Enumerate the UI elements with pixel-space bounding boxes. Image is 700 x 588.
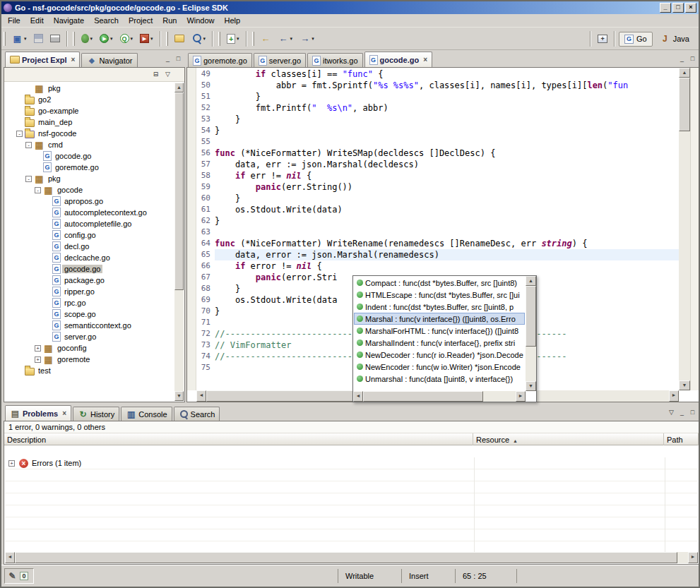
tree-item-goconfig[interactable]: +goconfig xyxy=(5,342,174,354)
menu-run[interactable]: Run xyxy=(158,15,182,26)
minimize-view-icon[interactable]: _ xyxy=(162,54,173,64)
run-button[interactable]: ▾ xyxy=(97,32,116,45)
scrollbar-thumb[interactable] xyxy=(206,390,369,402)
print-button[interactable] xyxy=(47,32,63,44)
view-tab-console[interactable]: Console xyxy=(121,407,172,421)
annotation-ruler[interactable] xyxy=(187,68,196,390)
completion-item[interactable]: MarshalForHTML : func(v interface{}) ([]… xyxy=(354,325,525,337)
dropdown-arrow-icon[interactable]: ▾ xyxy=(203,36,206,42)
save-button[interactable] xyxy=(31,32,46,45)
close-tab-icon[interactable]: × xyxy=(62,409,66,417)
last-edit-location-button[interactable] xyxy=(258,32,274,46)
menu-edit[interactable]: Edit xyxy=(25,15,49,26)
scroll-left-icon[interactable] xyxy=(196,390,206,402)
tree-item-apropos-go[interactable]: apropos.go xyxy=(5,196,174,207)
perspective-go-button[interactable]: Go xyxy=(619,32,653,47)
tree-item-gocode-go[interactable]: gocode.go xyxy=(5,263,174,275)
minus-expander-icon[interactable]: - xyxy=(16,131,23,137)
completion-item[interactable]: Marshal : func(v interface{}) ([]uint8, … xyxy=(354,313,525,325)
scroll-up-icon[interactable] xyxy=(174,83,184,92)
tree-item-declcache-go[interactable]: declcache.go xyxy=(5,252,174,263)
open-perspective-button[interactable] xyxy=(595,32,610,45)
open-element-button[interactable] xyxy=(172,32,187,44)
popup-vertical-scrollbar[interactable] xyxy=(526,276,536,391)
editor-tab-server-go[interactable]: server.go xyxy=(254,53,306,67)
column-header-path[interactable]: Path xyxy=(664,433,699,445)
dropdown-arrow-icon[interactable]: ▾ xyxy=(24,36,27,42)
tree-item-nsf-gocode[interactable]: -nsf-gocode xyxy=(5,128,174,139)
tree-item-cmd[interactable]: -cmd xyxy=(5,139,174,150)
tree-item-rpc-go[interactable]: rpc.go xyxy=(5,297,174,308)
maximize-button[interactable]: □ xyxy=(672,3,684,13)
view-tab-search[interactable]: Search xyxy=(174,407,220,421)
editor-tab-goremote-go[interactable]: goremote.go xyxy=(188,53,252,67)
editor-tab-itworks-go[interactable]: itworks.go xyxy=(307,53,363,67)
plus-expander-icon[interactable]: + xyxy=(35,345,41,352)
tree-item-scope-go[interactable]: scope.go xyxy=(5,308,174,320)
scroll-right-icon[interactable] xyxy=(516,391,526,402)
tree-item-gocode[interactable]: -gocode xyxy=(5,184,174,196)
view-tab-project-expl[interactable]: Project Expl× xyxy=(5,52,80,67)
toolbar-drag-handle[interactable] xyxy=(73,32,75,46)
dropdown-arrow-icon[interactable]: ▾ xyxy=(131,36,134,42)
forward-button[interactable]: ▾ xyxy=(297,32,317,46)
scroll-right-icon[interactable] xyxy=(669,390,679,402)
plus-expander-icon[interactable]: + xyxy=(8,460,15,467)
menu-help[interactable]: Help xyxy=(220,15,246,26)
dropdown-arrow-icon[interactable]: ▾ xyxy=(312,36,314,42)
problem-row[interactable]: +Errors (1 item) xyxy=(5,457,698,469)
dropdown-arrow-icon[interactable]: ▾ xyxy=(150,36,153,42)
completion-item[interactable]: Indent : func(dst *bytes.Buffer, src []u… xyxy=(354,301,525,313)
tree-item-semanticcontext-go[interactable]: semanticcontext.go xyxy=(5,320,174,331)
plus-expander-icon[interactable]: + xyxy=(35,356,41,363)
toolbar-drag-handle[interactable] xyxy=(4,32,6,46)
tree-item-goremote[interactable]: +goremote xyxy=(5,354,174,365)
coverage-button[interactable]: ▾ xyxy=(117,32,136,45)
dropdown-arrow-icon[interactable]: ▾ xyxy=(290,36,293,42)
scroll-down-icon[interactable] xyxy=(679,380,690,390)
perspective-java-button[interactable]: Java xyxy=(654,31,695,47)
search-button[interactable]: ▾ xyxy=(189,31,209,46)
tree-item-gocode-go[interactable]: gocode.go xyxy=(5,150,174,162)
minimize-view-icon[interactable]: _ xyxy=(677,54,687,64)
scroll-up-icon[interactable] xyxy=(526,276,536,286)
problems-horizontal-scrollbar[interactable] xyxy=(5,552,698,563)
collapse-all-icon[interactable]: ⊟ xyxy=(150,70,161,80)
toolbar-drag-handle[interactable] xyxy=(166,32,168,46)
scrollbar-thumb[interactable] xyxy=(526,286,536,347)
scrollbar-thumb[interactable] xyxy=(679,78,690,131)
tree-item-go2[interactable]: go2 xyxy=(5,94,174,105)
back-button[interactable]: ▾ xyxy=(275,32,296,46)
explorer-scrollbar[interactable] xyxy=(174,83,184,401)
scrollbar-thumb[interactable] xyxy=(15,552,677,563)
completion-item[interactable]: HTMLEscape : func(dst *bytes.Buffer, src… xyxy=(354,289,525,301)
minimize-button[interactable]: _ xyxy=(660,3,671,13)
minimize-view-icon[interactable]: _ xyxy=(677,408,687,418)
close-tab-icon[interactable]: × xyxy=(423,56,427,64)
editor-tab-gocode-go[interactable]: gocode.go× xyxy=(364,52,432,67)
tree-item-pkg[interactable]: -pkg xyxy=(5,173,174,184)
dropdown-arrow-icon[interactable]: ▾ xyxy=(90,36,93,42)
close-button[interactable]: × xyxy=(685,3,696,13)
completion-item[interactable]: NewDecoder : func(r io.Reader) *json.Dec… xyxy=(354,349,525,361)
scrollbar-thumb[interactable] xyxy=(174,92,184,290)
dropdown-arrow-icon[interactable]: ▾ xyxy=(237,36,239,42)
toolbar-drag-handle[interactable] xyxy=(218,32,220,46)
scroll-left-icon[interactable] xyxy=(5,552,15,563)
completion-item[interactable]: Unmarshal : func(data []uint8, v interfa… xyxy=(354,373,525,385)
external-tools-button[interactable]: ▾ xyxy=(137,32,156,45)
scroll-right-icon[interactable] xyxy=(688,552,698,563)
tree-item-pkg[interactable]: pkg xyxy=(5,83,174,94)
column-header-resource[interactable]: Resource xyxy=(473,433,664,445)
new-go-element-button[interactable]: ▾ xyxy=(224,32,242,46)
maximize-view-icon[interactable]: □ xyxy=(687,54,698,64)
debug-button[interactable]: ▾ xyxy=(78,32,96,45)
view-menu-icon[interactable]: ▽ xyxy=(162,70,173,80)
completion-item[interactable]: MarshalIndent : func(v interface{}, pref… xyxy=(354,337,525,349)
close-tab-icon[interactable]: × xyxy=(71,56,76,64)
tree-item-server-go[interactable]: server.go xyxy=(5,331,174,342)
scroll-down-icon[interactable] xyxy=(526,381,536,391)
tree-item-decl-go[interactable]: decl.go xyxy=(5,241,174,252)
dropdown-arrow-icon[interactable]: ▾ xyxy=(110,36,113,42)
tree-item-autocompletecontext-go[interactable]: autocompletecontext.go xyxy=(5,207,174,218)
